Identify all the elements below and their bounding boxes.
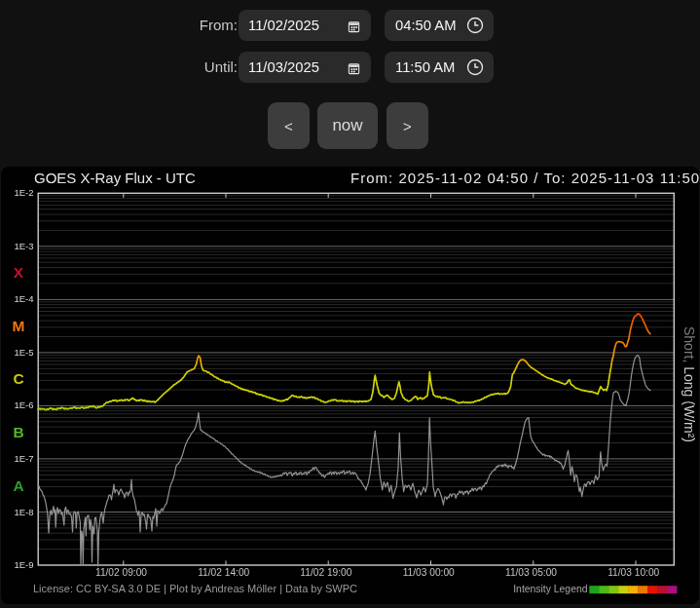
svg-text:11/02 19:00: 11/02 19:00 xyxy=(300,567,351,578)
svg-text:1E-8: 1E-8 xyxy=(14,507,33,517)
svg-text:X: X xyxy=(14,264,24,281)
svg-text:B: B xyxy=(13,424,23,440)
svg-text:11/03 05:00: 11/03 05:00 xyxy=(505,567,557,578)
svg-text:C: C xyxy=(13,370,23,387)
svg-text:11/02 14:00: 11/02 14:00 xyxy=(198,567,249,578)
svg-text:1E-7: 1E-7 xyxy=(14,453,33,464)
svg-text:License: CC BY-SA 3.0 DE | Plo: License: CC BY-SA 3.0 DE | Plot by Andre… xyxy=(33,583,357,594)
svg-text:11/03 10:00: 11/03 10:00 xyxy=(608,567,659,578)
svg-text:1E-9: 1E-9 xyxy=(14,559,33,570)
svg-text:1E-4: 1E-4 xyxy=(14,293,33,304)
svg-text:1E-2: 1E-2 xyxy=(14,187,33,198)
svg-text:1E-3: 1E-3 xyxy=(14,241,33,251)
svg-text:Short, Long (W/m²): Short, Long (W/m²) xyxy=(682,326,697,442)
svg-text:Intensity Legend: Intensity Legend xyxy=(513,584,587,594)
svg-text:1E-6: 1E-6 xyxy=(14,399,33,410)
svg-text:11/02 09:00: 11/02 09:00 xyxy=(95,567,147,578)
svg-text:11/03 00:00: 11/03 00:00 xyxy=(403,567,455,578)
svg-text:M: M xyxy=(13,318,25,334)
svg-text:1E-5: 1E-5 xyxy=(14,347,33,358)
svg-text:A: A xyxy=(13,477,23,494)
